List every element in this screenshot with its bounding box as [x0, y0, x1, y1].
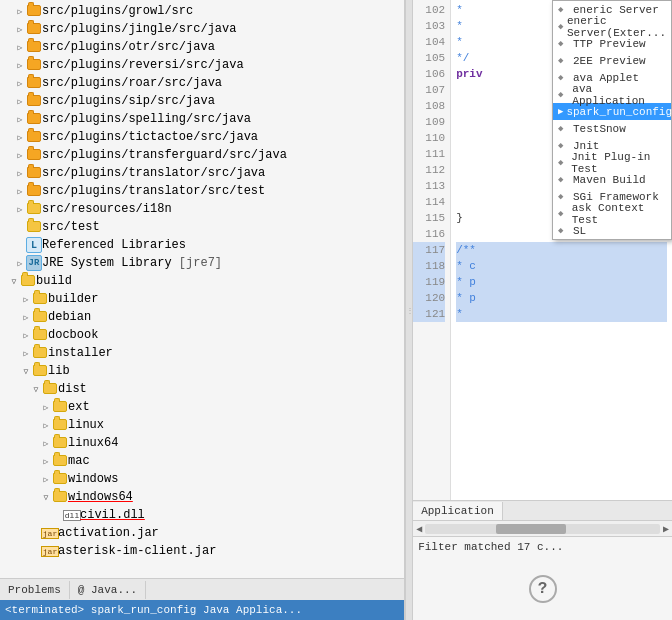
autocomplete-dropdown[interactable]: ◆eneric Server◆eneric Server(Exter...◆TT…: [552, 0, 672, 240]
right-bottom-panel: Application ◀ ▶ Filter matched 17 c... ?: [413, 500, 672, 620]
dropdown-item[interactable]: ◆eneric Server(Exter...: [553, 18, 671, 35]
tree-toggle[interactable]: ▷: [14, 115, 26, 124]
tree-toggle[interactable]: ▷: [14, 79, 26, 88]
tree-item-item-19[interactable]: ▷ installer: [0, 344, 404, 362]
tree-toggle[interactable]: ▷: [40, 403, 52, 412]
comment-text: * c: [456, 258, 476, 274]
line-number: 111: [413, 146, 445, 162]
src-folder-icon: [26, 182, 42, 198]
tree-item-icon: [26, 146, 42, 164]
scrollbar-thumb[interactable]: [496, 524, 566, 534]
tree-item-icon: dll: [64, 507, 80, 523]
tree-item-item-3[interactable]: ▷ src/plugins/reversi/src/java: [0, 56, 404, 74]
dropdown-item[interactable]: ▶spark_run_config: [553, 103, 671, 120]
tree-item-item-0[interactable]: ▷ src/plugins/growl/src: [0, 2, 404, 20]
tree-toggle[interactable]: ▷: [14, 7, 26, 16]
dropdown-item-label: eneric Server(Exter...: [567, 15, 666, 39]
tree-toggle[interactable]: ▷: [14, 25, 26, 34]
dropdown-item[interactable]: ◆TestSnow: [553, 120, 671, 137]
dropdown-item-icon: ◆: [558, 191, 570, 202]
tree-item-item-2[interactable]: ▷ src/plugins/otr/src/java: [0, 38, 404, 56]
tree-item-item-21[interactable]: ▽ dist: [0, 380, 404, 398]
tree-toggle[interactable]: ▽: [8, 277, 20, 286]
tree-toggle[interactable]: ▷: [20, 295, 32, 304]
tree-item-item-23[interactable]: ▷ linux: [0, 416, 404, 434]
tree-toggle[interactable]: ▷: [14, 97, 26, 106]
tree-item-item-27[interactable]: ▽ windows64: [0, 488, 404, 506]
src-folder-icon: [26, 74, 42, 90]
folder-icon: [26, 218, 42, 234]
tree-toggle[interactable]: ▷: [14, 43, 26, 52]
vertical-splitter[interactable]: ⋮: [405, 0, 413, 620]
tree-toggle[interactable]: ▷: [40, 457, 52, 466]
tree-toggle[interactable]: ▷: [20, 331, 32, 340]
tree-toggle[interactable]: ▷: [14, 169, 26, 178]
tree-item-item-25[interactable]: ▷ mac: [0, 452, 404, 470]
tree-item-item-18[interactable]: ▷ docbook: [0, 326, 404, 344]
tree-toggle[interactable]: ▷: [14, 259, 26, 268]
tree-toggle[interactable]: ▷: [40, 439, 52, 448]
dropdown-item-label: TestSnow: [573, 123, 626, 135]
dropdown-item[interactable]: ◆2EE Preview: [553, 52, 671, 69]
tree-toggle[interactable]: ▷: [40, 421, 52, 430]
tree-toggle[interactable]: ▷: [14, 205, 26, 214]
tree-item-item-10[interactable]: ▷ src/plugins/translator/src/test: [0, 182, 404, 200]
src-folder-icon: [26, 20, 42, 36]
tree-item-item-20[interactable]: ▽ lib: [0, 362, 404, 380]
scroll-right-arrow[interactable]: ▶: [663, 523, 669, 535]
tree-toggle[interactable]: ▷: [20, 313, 32, 322]
scroll-left-arrow[interactable]: ◀: [416, 523, 422, 535]
tree-item-label: src/plugins/transferguard/src/java: [42, 148, 287, 162]
tree-item-item-1[interactable]: ▷ src/plugins/jingle/src/java: [0, 20, 404, 38]
tree-item-item-9[interactable]: ▷ src/plugins/translator/src/java: [0, 164, 404, 182]
tree-toggle[interactable]: ▽: [30, 385, 42, 394]
tree-item-item-16[interactable]: ▷ builder: [0, 290, 404, 308]
tree-item-item-13[interactable]: LReferenced Libraries: [0, 236, 404, 254]
bracket-text: }: [456, 210, 463, 226]
tree-toggle[interactable]: ▽: [20, 367, 32, 376]
line-number: 114: [413, 194, 445, 210]
dropdown-item[interactable]: ◆ava Application: [553, 86, 671, 103]
tree-item-item-26[interactable]: ▷ windows: [0, 470, 404, 488]
bottom-tabs: Problems @ Java...: [0, 578, 404, 600]
tree-toggle[interactable]: ▷: [14, 61, 26, 70]
tree-item-item-8[interactable]: ▷ src/plugins/transferguard/src/java: [0, 146, 404, 164]
tree-toggle[interactable]: ▽: [40, 493, 52, 502]
tree-item-item-24[interactable]: ▷ linux64: [0, 434, 404, 452]
horizontal-scrollbar[interactable]: ◀ ▶: [413, 521, 672, 537]
tree-item-item-5[interactable]: ▷ src/plugins/sip/src/java: [0, 92, 404, 110]
tab-problems[interactable]: Problems: [0, 581, 70, 599]
dropdown-item-icon: ◆: [558, 38, 570, 49]
code-area: 1021031041051061071081091101111121131141…: [413, 0, 672, 500]
tree-item-item-14[interactable]: ▷JRJRE System Library [jre7]: [0, 254, 404, 272]
help-icon[interactable]: ?: [529, 575, 557, 603]
dropdown-item[interactable]: ◆Jnit Plug-in Test: [553, 154, 671, 171]
tab-java[interactable]: @ Java...: [70, 581, 146, 599]
tree-item-label: linux: [68, 418, 104, 432]
code-line: * p: [456, 290, 667, 306]
tree-item-label: src/plugins/spelling/src/java: [42, 112, 251, 126]
tree-item-item-17[interactable]: ▷ debian: [0, 308, 404, 326]
dropdown-item[interactable]: ◆ask Context Test: [553, 205, 671, 222]
tree-item-item-6[interactable]: ▷ src/plugins/spelling/src/java: [0, 110, 404, 128]
tree-item-icon: [52, 434, 68, 452]
tree-item-item-28[interactable]: dll civil.dll: [0, 506, 404, 524]
tree-toggle[interactable]: ▷: [14, 133, 26, 142]
tree-item-item-22[interactable]: ▷ ext: [0, 398, 404, 416]
tree-item-item-7[interactable]: ▷ src/plugins/tictactoe/src/java: [0, 128, 404, 146]
tree-item-item-4[interactable]: ▷ src/plugins/roar/src/java: [0, 74, 404, 92]
tree-item-item-11[interactable]: ▷ src/resources/i18n: [0, 200, 404, 218]
dropdown-item-label: SL: [573, 225, 586, 237]
tree-item-item-30[interactable]: jar asterisk-im-client.jar: [0, 542, 404, 560]
tree-toggle[interactable]: ▷: [14, 187, 26, 196]
tree-item-item-29[interactable]: jar activation.jar: [0, 524, 404, 542]
tree-toggle[interactable]: ▷: [40, 475, 52, 484]
tree-toggle[interactable]: ▷: [20, 349, 32, 358]
tree-toggle[interactable]: ▷: [14, 151, 26, 160]
tree-item-item-12[interactable]: src/test: [0, 218, 404, 236]
scrollbar-track[interactable]: [425, 524, 660, 534]
tree-item-item-15[interactable]: ▽ build: [0, 272, 404, 290]
line-number: 120: [413, 290, 445, 306]
tree-item-label: asterisk-im-client.jar: [58, 544, 216, 558]
tab-application[interactable]: Application: [413, 502, 503, 520]
